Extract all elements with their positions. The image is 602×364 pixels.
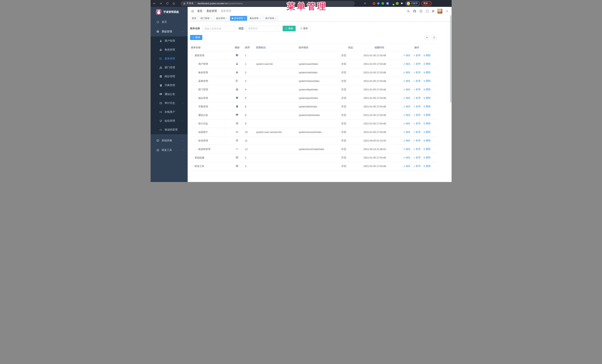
table-row-11[interactable]: 错误码管理12system/errorCode/index开启2021-04-1… [189,145,437,154]
column-header-4[interactable]: 组件路径 [297,46,340,49]
chevron-right-icon[interactable] [191,157,194,159]
edit-link[interactable]: 修改 [403,79,410,83]
edit-link[interactable]: 修改 [403,131,410,134]
table-row-4[interactable]: 部门管理4system/dept/index开启2021-01-05 17:03… [189,85,437,94]
edit-link[interactable]: 修改 [403,105,410,108]
sidebar-item-13[interactable]: 基础设施 [150,136,188,145]
delete-link[interactable]: 删除 [423,79,431,83]
extension-icon[interactable] [396,2,399,5]
close-icon[interactable]: × [260,17,261,20]
add-link[interactable]: 新增 [413,96,420,100]
table-row-1[interactable]: 用户管理1system:user:listsystem/user/index开启… [189,60,437,68]
search-icon[interactable] [407,10,410,13]
extensions-puzzle-icon[interactable] [401,2,403,5]
add-link[interactable]: 新增 [413,79,420,83]
sidebar-item-10[interactable]: 在线用户 [150,108,188,116]
table-row-12[interactable]: 基础设施2开启2021-01-05 17:03:48修改新增删除 [189,154,437,162]
edit-link[interactable]: 修改 [403,156,410,159]
fullscreen-icon[interactable] [426,10,429,13]
reload-icon[interactable] [166,2,169,5]
scrollbar[interactable] [450,7,452,182]
column-header-7[interactable]: 操作 [397,46,437,49]
sidebar-item-8[interactable]: 通知公告 [150,90,188,99]
chevron-right-icon[interactable] [195,105,197,108]
sidebar-item-2[interactable]: 用户管理 [150,36,188,45]
tab-3[interactable]: 菜单管理× [230,16,247,21]
extension-icon[interactable] [377,2,380,5]
status-select[interactable]: 菜单状态 [246,26,280,31]
home-icon[interactable] [172,2,175,5]
close-icon[interactable]: × [244,17,246,20]
extension-icon[interactable]: ✓ [381,2,384,5]
edit-link[interactable]: 修改 [403,147,410,151]
address-bar[interactable]: 不安全 dashboard.yudao.iocoder.cn/system/me… [181,1,355,6]
table-row-5[interactable]: 岗位管理5system/post/index开启2021-01-05 17:03… [189,94,437,102]
chevron-right-icon[interactable] [195,140,197,142]
menu-name-input[interactable] [202,26,235,31]
chevron-down-icon[interactable] [191,54,194,56]
chevron-right-icon[interactable] [195,72,197,73]
sidebar-item-4[interactable]: 菜单管理 [150,54,188,63]
delete-link[interactable]: 删除 [423,165,431,168]
sidebar-item-14[interactable]: 研发工具 [150,145,188,155]
chevron-right-icon[interactable] [191,165,194,167]
chevron-right-icon[interactable] [195,63,197,65]
help-icon[interactable]: ? [419,10,422,13]
sidebar-item-5[interactable]: 部门管理 [150,63,188,72]
edit-link[interactable]: 修改 [403,165,410,168]
delete-link[interactable]: 删除 [423,156,431,159]
table-row-6[interactable]: 字典管理6system/dict/index开启2021-01-05 17:03… [189,102,437,111]
chevron-right-icon[interactable] [195,131,197,133]
table-row-8[interactable]: 审计日志9开启2021-01-05 17:03:48修改新增删除 [189,119,437,128]
delete-link[interactable]: 删除 [423,122,431,125]
sidebar-item-3[interactable]: 角色管理 [150,45,188,54]
tab-4[interactable]: 角色管理× [248,16,263,21]
chevron-right-icon[interactable] [195,114,197,116]
reset-button[interactable]: 重置 [298,26,311,31]
chevron-right-icon[interactable] [195,97,197,99]
search-button[interactable]: 搜索 [283,26,296,31]
edit-link[interactable]: 修改 [403,71,410,74]
forward-icon[interactable] [159,2,162,5]
add-link[interactable]: 新增 [413,165,420,168]
extension-icon[interactable] [391,2,394,5]
delete-link[interactable]: 删除 [423,131,431,134]
delete-link[interactable]: 删除 [423,88,431,91]
delete-link[interactable]: 删除 [423,62,431,65]
table-row-2[interactable]: 角色管理2system/role/index开启2021-01-05 17:03… [189,68,437,77]
table-row-3[interactable]: 菜单管理3system/menu/index开启2021-01-05 17:03… [189,77,437,85]
table-row-0[interactable]: 系统管理1开启2021-01-05 17:03:48修改新增删除 [189,51,437,60]
add-link[interactable]: 新增 [413,131,420,134]
collapse-sidebar-icon[interactable] [191,10,194,13]
sidebar-item-9[interactable]: 审计日志 [150,99,188,108]
add-link[interactable]: 新增 [413,122,420,125]
extension-icon[interactable] [386,2,389,5]
column-header-5[interactable]: 状态 [340,46,362,49]
close-icon[interactable]: × [275,17,277,20]
back-icon[interactable] [153,2,156,5]
table-row-13[interactable]: 研发工具3开启2021-01-05 17:03:48修改新增删除 [189,162,437,170]
refresh-table-button[interactable] [431,35,437,40]
column-header-2[interactable]: 排序 [243,46,254,49]
tab-0[interactable]: 首页 [190,16,198,21]
tab-1[interactable]: 部门管理× [199,16,214,21]
add-link[interactable]: 新增 [413,71,420,74]
chevron-right-icon[interactable] [195,123,197,125]
sidebar-item-1[interactable]: 系统管理 [150,27,188,36]
github-icon[interactable] [413,10,416,13]
close-icon[interactable]: × [211,17,212,20]
bookmark-star-icon[interactable] [364,2,366,5]
chevron-right-icon[interactable] [195,80,197,82]
delete-link[interactable]: 删除 [423,54,431,57]
edit-link[interactable]: 修改 [403,88,410,91]
add-link[interactable]: 新增 [413,88,420,91]
delete-link[interactable]: 删除 [423,96,431,100]
sidebar-item-0[interactable]: 首页 [150,17,188,27]
edit-link[interactable]: 修改 [403,122,410,125]
table-row-9[interactable]: 在线用户10system:user-session:listsystem/ses… [189,128,437,136]
add-link[interactable]: 新增 [413,62,420,65]
delete-link[interactable]: 删除 [423,147,431,151]
edit-link[interactable]: 修改 [403,139,410,142]
delete-link[interactable]: 删除 [423,139,431,142]
column-header-3[interactable]: 权限标识 [254,46,297,49]
